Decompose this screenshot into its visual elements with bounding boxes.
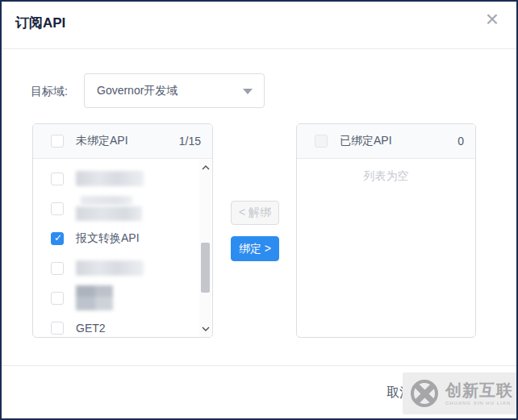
unbound-api-list: ✓ 报文转换API GET2 — [33, 159, 212, 338]
bound-api-panel: 已绑定API 0 列表为空 — [296, 123, 476, 338]
item-label: GET2 — [76, 322, 106, 335]
bind-button[interactable]: 绑定 > — [231, 236, 279, 261]
watermark-text: 创新互联 CHUANG XIN HU LIAN — [445, 382, 513, 405]
redacted-item-content — [76, 260, 144, 276]
unbound-panel-body: ✓ 报文转换API GET2 — [33, 159, 212, 338]
item-checkbox[interactable] — [51, 202, 64, 215]
select-all-checkbox[interactable] — [51, 135, 64, 148]
unbound-api-panel: 未绑定API 1/15 ✓ 报文转 — [32, 123, 213, 338]
target-domain-select[interactable]: Governor开发域 — [84, 73, 265, 108]
watermark-title: 创新互联 — [445, 382, 513, 398]
unbound-panel-header: 未绑定API 1/15 — [33, 124, 212, 159]
list-item[interactable] — [33, 193, 212, 223]
unbound-panel-title: 未绑定API — [76, 134, 179, 148]
list-item[interactable] — [33, 283, 212, 313]
item-checkbox[interactable] — [51, 322, 64, 335]
close-icon[interactable]: × — [478, 5, 507, 34]
list-item[interactable] — [33, 253, 212, 283]
subscribe-api-dialog: 订阅API × 目标域: Governor开发域 未绑定API 1/15 — [0, 0, 518, 420]
checkmark-icon: ✓ — [52, 232, 65, 243]
unbound-panel-count: 1/15 — [179, 135, 201, 148]
item-label: 报文转换API — [76, 231, 140, 246]
scroll-down-icon[interactable] — [199, 322, 211, 335]
item-checkbox-checked[interactable]: ✓ — [51, 232, 64, 245]
dialog-title: 订阅API — [15, 14, 65, 32]
select-value: Governor开发域 — [97, 84, 178, 98]
watermark-subtitle: CHUANG XIN HU LIAN — [445, 401, 513, 405]
item-checkbox[interactable] — [51, 262, 64, 275]
target-domain-label: 目标域: — [31, 85, 68, 99]
list-scrollbar[interactable] — [199, 160, 211, 337]
cx-logo-icon — [409, 378, 440, 409]
watermark: 创新互联 CHUANG XIN HU LIAN — [403, 372, 518, 414]
list-item[interactable]: ✓ 报文转换API — [33, 223, 212, 253]
redacted-item-content — [76, 285, 113, 310]
dialog-header: 订阅API × — [2, 2, 516, 49]
bound-panel-title: 已绑定API — [340, 134, 457, 148]
list-item[interactable] — [33, 164, 212, 193]
bound-panel-header: 已绑定API 0 — [297, 124, 475, 159]
scrollbar-thumb[interactable] — [201, 243, 210, 293]
empty-list-text: 列表为空 — [297, 159, 475, 184]
redacted-item-content — [76, 171, 144, 186]
bound-panel-count: 0 — [457, 135, 464, 148]
bound-panel-body: 列表为空 — [297, 159, 475, 338]
scroll-up-icon[interactable] — [199, 161, 211, 174]
select-all-checkbox-disabled — [315, 135, 328, 148]
chevron-down-icon — [243, 89, 253, 94]
item-checkbox[interactable] — [51, 173, 64, 185]
item-checkbox[interactable] — [51, 292, 64, 305]
list-item[interactable]: GET2 — [33, 313, 212, 338]
unbind-button[interactable]: < 解绑 — [231, 201, 279, 225]
redacted-item-content — [76, 196, 142, 221]
